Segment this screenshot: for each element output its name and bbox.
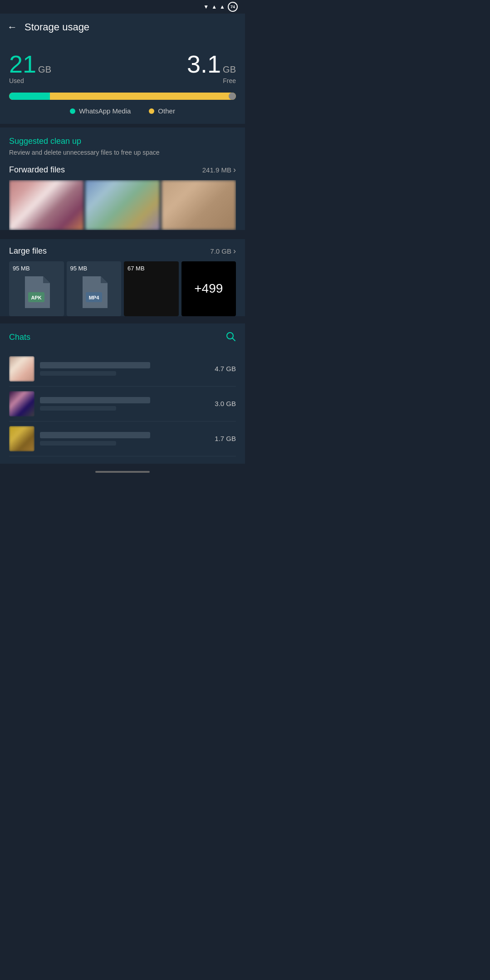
chats-title: Chats [9, 333, 30, 342]
signal-icon-2: ▲ [220, 4, 225, 10]
chat-thumb-img-1 [9, 356, 34, 382]
forwarded-files-size: 241.9 MB [202, 166, 231, 174]
large-files-section: Large files 7.0 GB › 95 MB APK 95 MB [0, 239, 245, 316]
chat-info-1 [40, 362, 209, 376]
large-files-title: Large files [9, 246, 47, 256]
more-count: +499 [194, 281, 223, 296]
chat-thumbnail-2 [9, 391, 34, 416]
used-number: 21 [9, 52, 36, 76]
chat-thumbnail-1 [9, 356, 34, 382]
file-tile-more[interactable]: +499 [181, 261, 236, 316]
legend-dot-other [149, 108, 154, 114]
forwarded-image-2 [85, 180, 160, 230]
chat-size-1: 4.7 GB [215, 365, 236, 372]
cleanup-section: Suggested clean up Review and delete unn… [0, 127, 245, 230]
chat-size-3: 1.7 GB [215, 435, 236, 442]
legend-other: Other [149, 107, 175, 115]
file-size-dark: 67 MB [127, 265, 145, 272]
storage-progress-bar [9, 93, 236, 100]
chat-thumbnail-3 [9, 426, 34, 451]
file-icon-apk: APK [23, 276, 50, 310]
chat-thumb-img-2 [9, 391, 34, 416]
battery-indicator: 74 [228, 2, 238, 12]
large-files-size: 7.0 GB [210, 247, 231, 255]
storage-used-block: 21 GB Used [9, 52, 51, 84]
app-header: ← Storage usage [0, 14, 245, 41]
cleanup-title: Suggested clean up [9, 137, 236, 146]
storage-free-block: 3.1 GB Free [187, 52, 236, 84]
chat-thumb-img-3 [9, 426, 34, 451]
forwarded-files-chevron: › [233, 165, 236, 175]
used-unit: GB [38, 64, 51, 75]
chat-sub-bar-2 [40, 406, 116, 411]
chat-size-2: 3.0 GB [215, 400, 236, 407]
legend-label-whatsapp: WhatsApp Media [79, 107, 131, 115]
wifi-icon: ▼ [203, 4, 209, 10]
chat-name-bar-2 [40, 397, 150, 403]
signal-icon: ▲ [211, 4, 217, 10]
legend-dot-whatsapp [70, 108, 75, 114]
large-files-header[interactable]: Large files 7.0 GB › [9, 246, 236, 256]
free-number: 3.1 [187, 52, 221, 76]
chat-item-2[interactable]: 3.0 GB [9, 387, 236, 421]
free-unit: GB [223, 64, 236, 75]
file-icon-mp4: MP4 [80, 276, 108, 310]
chat-sub-bar-3 [40, 441, 116, 446]
chat-item-1[interactable]: 4.7 GB [9, 352, 236, 387]
forwarded-image-3 [162, 180, 236, 230]
chat-sub-bar-1 [40, 371, 116, 376]
svg-text:MP4: MP4 [88, 295, 99, 300]
large-files-grid: 95 MB APK 95 MB MP4 [9, 261, 236, 316]
bottom-nav [0, 464, 245, 480]
chat-name-bar-3 [40, 432, 150, 438]
legend-label-other: Other [158, 107, 175, 115]
search-icon[interactable] [225, 331, 236, 344]
forwarded-image-1 [9, 180, 83, 230]
progress-bar-used [9, 93, 50, 100]
used-label: Used [9, 77, 24, 84]
svg-text:APK: APK [31, 295, 42, 300]
storage-stats-row: 21 GB Used 3.1 GB Free [9, 52, 236, 84]
chats-section: Chats 4.7 GB 3.0 GB [0, 323, 245, 464]
forwarded-files-header[interactable]: Forwarded files 241.9 MB › [9, 165, 236, 175]
forwarded-files-images[interactable] [9, 180, 236, 230]
chat-info-2 [40, 397, 209, 411]
free-label: Free [223, 77, 236, 84]
storage-stats-section: 21 GB Used 3.1 GB Free WhatsApp Media Ot… [0, 41, 245, 124]
storage-legend: WhatsApp Media Other [9, 107, 236, 115]
chat-item-3[interactable]: 1.7 GB [9, 421, 236, 456]
svg-line-5 [233, 338, 235, 341]
status-bar: ▼ ▲ ▲ 74 [0, 0, 245, 14]
file-tile-dark[interactable]: 67 MB [124, 261, 179, 316]
used-number-block: 21 GB [9, 52, 51, 76]
free-number-block: 3.1 GB [187, 52, 236, 76]
progress-bar-end-dot [229, 93, 236, 100]
cleanup-subtitle: Review and delete unnecessary files to f… [9, 149, 236, 156]
forwarded-files-title: Forwarded files [9, 165, 65, 175]
chats-header: Chats [9, 331, 236, 344]
chat-name-bar-1 [40, 362, 150, 368]
chat-info-3 [40, 432, 209, 446]
back-button[interactable]: ← [7, 21, 17, 33]
page-title: Storage usage [24, 21, 89, 33]
large-files-chevron: › [233, 246, 236, 256]
file-tile-mp4[interactable]: 95 MB MP4 [67, 261, 122, 316]
forwarded-files-size-row: 241.9 MB › [202, 165, 236, 175]
file-tile-apk[interactable]: 95 MB APK [9, 261, 64, 316]
file-size-apk: 95 MB [13, 265, 30, 272]
file-size-mp4: 95 MB [70, 265, 88, 272]
legend-whatsapp: WhatsApp Media [70, 107, 131, 115]
large-files-size-row: 7.0 GB › [210, 246, 236, 256]
nav-indicator [95, 471, 150, 473]
